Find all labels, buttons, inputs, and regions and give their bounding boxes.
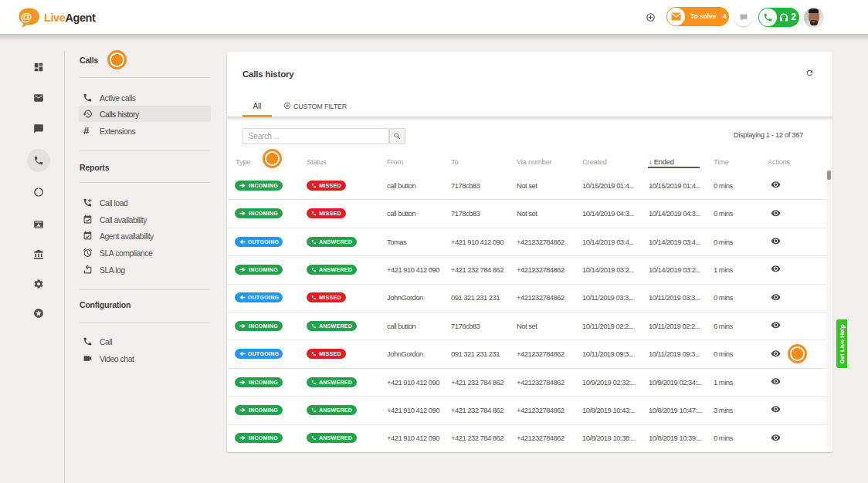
svg-text:@: @ bbox=[21, 10, 32, 23]
svg-text:LiveAgent: LiveAgent bbox=[44, 12, 96, 24]
